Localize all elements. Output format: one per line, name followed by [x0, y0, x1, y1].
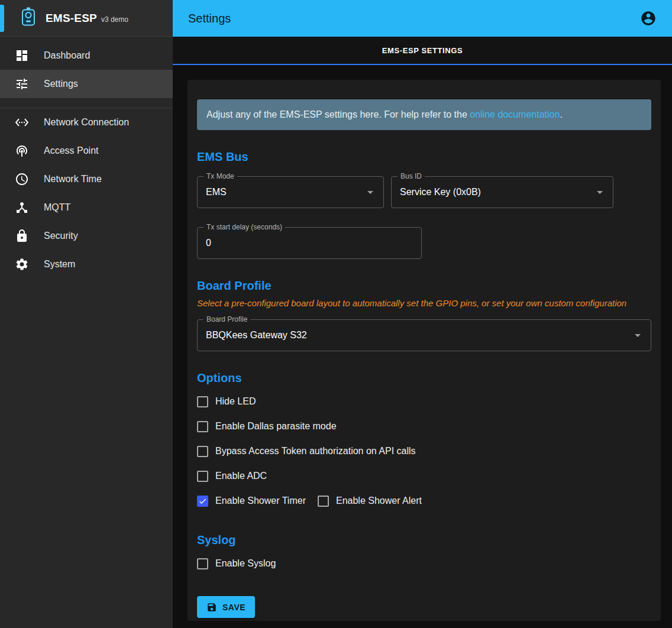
enable-adc-option[interactable]: Enable ADC: [197, 464, 651, 488]
sidebar-item-mqtt[interactable]: MQTT: [0, 193, 173, 222]
save-button[interactable]: SAVE: [197, 596, 255, 618]
checkbox-label: Enable Shower Alert: [336, 496, 422, 506]
bypass-token-option[interactable]: Bypass Access Token authorization on API…: [197, 439, 651, 464]
checkbox[interactable]: [318, 496, 329, 507]
enable-syslog-option[interactable]: Enable Syslog: [197, 551, 651, 576]
sidebar-item-system[interactable]: System: [0, 250, 173, 279]
bus-id-label: Bus ID: [398, 172, 425, 180]
bus-id-select[interactable]: Bus ID Service Key (0x0B): [391, 176, 613, 208]
sidebar-item-settings[interactable]: Settings: [0, 70, 173, 98]
banner-text: Adjust any of the EMS-ESP settings here.…: [206, 109, 470, 119]
sidebar-item-label: Network Time: [44, 174, 102, 184]
section-title-ems-bus: EMS Bus: [197, 150, 651, 164]
sidebar-item-label: MQTT: [44, 202, 70, 213]
content-area: Adjust any of the EMS-ESP settings here.…: [173, 65, 672, 628]
account-circle-icon[interactable]: [640, 10, 657, 27]
wifi-tethering-icon: [15, 144, 29, 158]
section-title-board-profile: Board Profile: [197, 279, 651, 293]
dropdown-arrow-icon: [631, 328, 645, 342]
sidebar-header: EMS-ESP v3 demo: [0, 0, 173, 37]
gear-icon: [15, 257, 29, 271]
sidebar-item-label: Network Connection: [44, 117, 129, 128]
checkbox[interactable]: [197, 496, 208, 507]
dropdown-arrow-icon: [593, 185, 607, 199]
board-profile-hint: Select a pre-configured board layout to …: [197, 298, 651, 308]
sidebar-item-label: Access Point: [44, 145, 98, 156]
device-hub-icon: [15, 200, 29, 215]
checkbox-label: Bypass Access Token authorization on API…: [215, 446, 416, 457]
section-title-syslog: Syslog: [197, 533, 651, 547]
checkbox[interactable]: [197, 471, 208, 482]
syslog-checkbox-group: Enable Syslog: [197, 551, 651, 576]
sidebar-menu: Dashboard Settings Network Connection Ac…: [0, 37, 173, 279]
checkbox-label: Enable Shower Timer: [215, 496, 306, 506]
save-icon: [206, 602, 217, 613]
app-version: v3 demo: [101, 15, 128, 24]
save-button-label: SAVE: [222, 603, 245, 612]
sidebar-item-dashboard[interactable]: Dashboard: [0, 41, 173, 70]
dropdown-arrow-icon: [363, 185, 377, 199]
tune-icon: [15, 77, 29, 91]
app-name: EMS-ESP: [46, 12, 97, 25]
tx-start-delay-label: Tx start delay (seconds): [203, 223, 285, 231]
banner-text-end: .: [560, 109, 562, 119]
checkbox[interactable]: [197, 421, 208, 432]
clock-icon: [15, 172, 29, 186]
sidebar-item-network-connection[interactable]: Network Connection: [0, 108, 173, 137]
board-profile-select[interactable]: Board Profile BBQKees Gateway S32: [197, 319, 651, 351]
section-title-options: Options: [197, 371, 651, 385]
sidebar-item-network-time[interactable]: Network Time: [0, 165, 173, 193]
appbar: Settings: [173, 0, 672, 37]
tx-start-delay-value: 0: [206, 238, 211, 248]
dashboard-icon: [15, 48, 29, 63]
checkbox[interactable]: [197, 396, 208, 407]
sidebar-item-label: Dashboard: [44, 50, 90, 61]
shower-timer-option[interactable]: Enable Shower Timer: [197, 488, 306, 513]
checkbox[interactable]: [197, 446, 208, 457]
app-logo-icon: [21, 7, 35, 29]
page-title: Settings: [188, 12, 231, 25]
checkbox[interactable]: [197, 558, 208, 569]
sidebar-item-label: Security: [44, 231, 78, 241]
shower-alert-option[interactable]: Enable Shower Alert: [318, 488, 422, 513]
main-area: Settings EMS-ESP SETTINGS Adjust any of …: [173, 0, 672, 628]
lock-icon: [15, 229, 29, 243]
tab-ems-esp-settings[interactable]: EMS-ESP SETTINGS: [379, 46, 467, 56]
info-banner: Adjust any of the EMS-ESP settings here.…: [197, 99, 651, 130]
tx-start-delay-input[interactable]: Tx start delay (seconds) 0: [197, 227, 422, 259]
tx-mode-label: Tx Mode: [203, 172, 237, 180]
checkbox-label: Hide LED: [215, 396, 256, 407]
checkbox-label: Enable Dallas parasite mode: [215, 421, 337, 432]
sidebar-item-label: Settings: [44, 79, 78, 89]
board-profile-label: Board Profile: [203, 315, 250, 323]
settings-ethernet-icon: [15, 115, 29, 130]
shower-options-row: Enable Shower Timer Enable Shower Alert: [197, 488, 651, 513]
checkbox-label: Enable ADC: [215, 471, 267, 481]
ems-bus-fields-row: Tx Mode EMS Bus ID Service Key (0x0B): [197, 176, 651, 208]
tab-bar: EMS-ESP SETTINGS: [173, 37, 672, 65]
tx-mode-select[interactable]: Tx Mode EMS: [197, 176, 384, 208]
left-edge-accent: [0, 5, 4, 32]
checkbox-label: Enable Syslog: [215, 558, 276, 569]
hide-led-option[interactable]: Hide LED: [197, 389, 651, 414]
sidebar-item-access-point[interactable]: Access Point: [0, 137, 173, 165]
online-documentation-link[interactable]: online documentation: [470, 109, 560, 119]
board-profile-value: BBQKees Gateway S32: [206, 330, 307, 341]
sidebar-item-label: System: [44, 259, 75, 270]
bus-id-value: Service Key (0x0B): [400, 187, 481, 198]
sidebar: EMS-ESP v3 demo Dashboard Settings Netwo…: [0, 0, 173, 628]
settings-card: Adjust any of the EMS-ESP settings here.…: [188, 80, 661, 621]
dallas-parasite-option[interactable]: Enable Dallas parasite mode: [197, 414, 651, 439]
options-checkbox-group: Hide LED Enable Dallas parasite mode Byp…: [197, 389, 651, 513]
tx-mode-value: EMS: [206, 187, 227, 198]
sidebar-item-security[interactable]: Security: [0, 222, 173, 250]
